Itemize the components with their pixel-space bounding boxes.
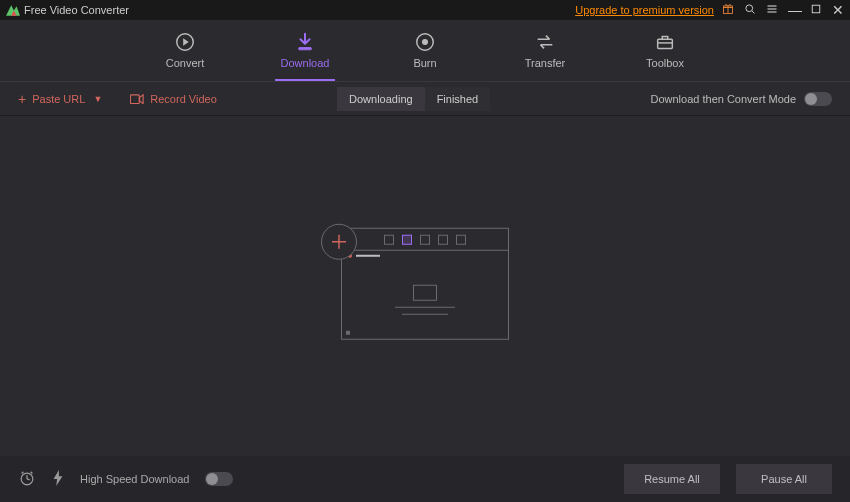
svg-marker-25 — [54, 470, 63, 486]
paste-url-button[interactable]: + Paste URL ▼ — [18, 92, 102, 106]
svg-marker-19 — [140, 94, 144, 103]
tab-downloading[interactable]: Downloading — [337, 87, 425, 111]
svg-line-24 — [27, 479, 30, 480]
toolbar: + Paste URL ▼ Record Video Downloading F… — [0, 82, 850, 116]
title-bar: Free Video Converter Upgrade to premium … — [0, 0, 850, 20]
download-status-tabs: Downloading Finished — [337, 87, 490, 111]
burn-icon — [414, 31, 436, 53]
transfer-icon — [534, 31, 556, 53]
maximize-icon[interactable] — [810, 3, 822, 17]
upgrade-premium-link[interactable]: Upgrade to premium version — [575, 4, 714, 16]
button-label: Record Video — [150, 93, 216, 105]
svg-rect-13 — [299, 47, 312, 49]
nav-download[interactable]: Download — [275, 20, 335, 81]
download-icon — [294, 31, 316, 53]
search-icon[interactable] — [744, 3, 756, 17]
minimize-icon[interactable]: — — [788, 4, 800, 16]
convert-mode-row: Download then Convert Mode — [650, 92, 832, 106]
footer-bar: High Speed Download Resume All Pause All — [0, 456, 850, 502]
record-icon — [130, 94, 144, 104]
convert-icon — [174, 31, 196, 53]
nav-convert[interactable]: Convert — [155, 20, 215, 81]
menu-icon[interactable] — [766, 3, 778, 17]
record-video-button[interactable]: Record Video — [130, 93, 216, 105]
browser-mock-icon — [341, 228, 509, 340]
chevron-down-icon: ▼ — [93, 94, 102, 104]
nav-burn[interactable]: Burn — [395, 20, 455, 81]
svg-rect-18 — [131, 94, 140, 103]
high-speed-toggle[interactable] — [205, 472, 233, 486]
gift-icon[interactable] — [722, 3, 734, 17]
schedule-icon[interactable] — [18, 469, 36, 489]
svg-rect-10 — [812, 5, 820, 13]
empty-state-graphic — [341, 228, 509, 340]
mode-label: Download then Convert Mode — [650, 93, 796, 105]
svg-point-5 — [746, 5, 753, 12]
add-circle-icon[interactable] — [321, 224, 357, 260]
convert-mode-toggle[interactable] — [804, 92, 832, 106]
button-label: Paste URL — [32, 93, 85, 105]
resume-all-button[interactable]: Resume All — [624, 464, 720, 494]
nav-toolbox[interactable]: Toolbox — [635, 20, 695, 81]
pause-all-button[interactable]: Pause All — [736, 464, 832, 494]
nav-label: Burn — [413, 57, 436, 69]
plus-icon: + — [18, 92, 26, 106]
svg-marker-12 — [183, 38, 189, 45]
download-canvas — [0, 116, 850, 456]
close-icon[interactable]: ✕ — [832, 4, 844, 16]
svg-line-6 — [752, 11, 755, 14]
high-speed-label: High Speed Download — [80, 473, 189, 485]
nav-label: Toolbox — [646, 57, 684, 69]
app-logo-icon — [6, 5, 20, 16]
nav-label: Transfer — [525, 57, 566, 69]
svg-rect-16 — [658, 39, 673, 48]
nav-label: Download — [281, 57, 330, 69]
app-title: Free Video Converter — [24, 4, 129, 16]
svg-point-15 — [423, 39, 428, 44]
nav-transfer[interactable]: Transfer — [515, 20, 575, 81]
nav-label: Convert — [166, 57, 205, 69]
toolbox-icon — [654, 31, 676, 53]
tab-finished[interactable]: Finished — [425, 87, 491, 111]
main-nav: Convert Download Burn Transfer Toolbox — [0, 20, 850, 82]
bolt-icon — [52, 470, 64, 488]
